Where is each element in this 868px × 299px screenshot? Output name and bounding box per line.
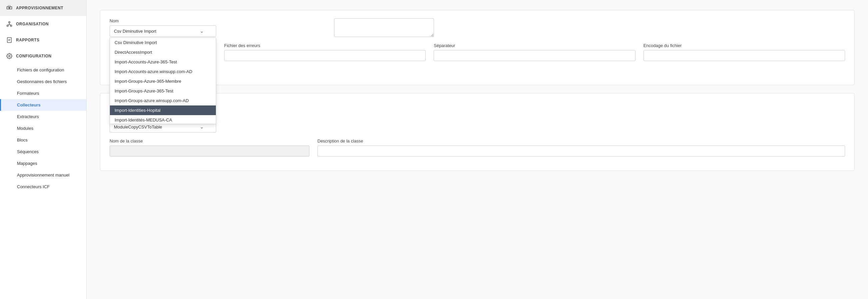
nom-label: Nom — [110, 18, 216, 23]
main-content: Nom Csv Diminutive Import ⌄ Csv Diminuti… — [87, 0, 868, 299]
sidebar-item-gestionnaires-fichiers[interactable]: Gestionnaires des fichiers — [0, 76, 86, 87]
nom-group: Nom Csv Diminutive Import ⌄ Csv Diminuti… — [110, 18, 216, 37]
nom-classe-group: Nom de la classe ModuleCopyCSVToTable — [110, 138, 309, 157]
svg-line-7 — [8, 25, 9, 25]
description-textarea[interactable] — [334, 18, 434, 37]
primitive-nom-selected: ModuleCopyCSVToTable — [114, 125, 162, 130]
dropdown-item-1[interactable]: DirectAccessImport — [110, 47, 216, 57]
dropdown-item-2[interactable]: Import-Accounts-Azure-365-Test — [110, 57, 216, 67]
svg-point-5 — [10, 25, 12, 27]
sidebar-item-connecteurs-icf[interactable]: Connecteurs ICF — [0, 181, 86, 193]
sidebar-section-organisation: ORGANISATION — [0, 16, 86, 32]
sidebar-item-sequences[interactable]: Séquences — [0, 146, 86, 158]
sidebar-item-collecteurs[interactable]: Collecteurs — [0, 99, 86, 111]
sidebar-group-rapports[interactable]: RAPPORTS — [0, 32, 86, 48]
sidebar-item-modules[interactable]: Modules — [0, 123, 86, 134]
chevron-down-icon: ⌄ — [200, 28, 204, 34]
svg-rect-9 — [7, 38, 11, 43]
dropdown-item-3[interactable]: Import-Accounts-azure.winsupp.com-AD — [110, 67, 216, 76]
gear-icon — [6, 53, 13, 59]
separateur-label: Séparateur — [434, 43, 635, 48]
nom-dropdown-list: Csv Diminutive ImportDirectAccessImportI… — [110, 37, 216, 124]
sidebar-group-organisation[interactable]: ORGANISATION — [0, 16, 86, 32]
sidebar-group-approvisionnement[interactable]: APPROVISIONNEMENT — [0, 0, 86, 16]
nom-classe-label: Nom de la classe — [110, 138, 309, 143]
classe-row: Nom de la classe ModuleCopyCSVToTable De… — [110, 138, 845, 157]
sidebar-item-extracteurs[interactable]: Extracteurs — [0, 111, 86, 123]
nom-selected-value: Csv Diminutive Import — [114, 29, 156, 34]
fichier-row: Fichier des erreurs logs/Diminutive-err.… — [110, 43, 845, 61]
textarea-group — [224, 18, 337, 37]
fichier-erreurs-label: Fichier des erreurs — [224, 43, 426, 48]
sidebar-section-approvisionnement: APPROVISIONNEMENT — [0, 0, 86, 16]
top-form-section: Nom Csv Diminutive Import ⌄ Csv Diminuti… — [100, 10, 855, 85]
dropdown-item-4[interactable]: Import-Groups-Azure-365-Membre — [110, 76, 216, 86]
fichier-erreurs-group: Fichier des erreurs logs/Diminutive-err.… — [224, 43, 426, 61]
dropdown-item-0[interactable]: Csv Diminutive Import — [110, 38, 216, 47]
boxes-icon — [6, 5, 13, 11]
sidebar-item-appro-manuel[interactable]: Approvisionnement manuel — [0, 169, 86, 181]
primitive-nom-row: Nom ModuleCopyCSVToTable ⌄ — [110, 114, 845, 133]
sidebar-group-label-rapports: RAPPORTS — [16, 38, 40, 43]
description-classe-label: Description de la classe — [317, 138, 845, 143]
nom-row: Nom Csv Diminutive Import ⌄ Csv Diminuti… — [110, 18, 845, 37]
encodage-label: Encodage du fichier — [644, 43, 845, 48]
svg-point-3 — [9, 22, 10, 23]
nom-select-box[interactable]: Csv Diminutive Import ⌄ — [110, 25, 216, 37]
dropdown-item-6[interactable]: Import-Groups-azure.winsupp.com-AD — [110, 96, 216, 105]
report-icon — [6, 37, 13, 44]
description-classe-group: Description de la classe — [317, 138, 845, 157]
encodage-group: Encodage du fichier ISO-8859-1 — [644, 43, 845, 61]
separateur-input[interactable]: ; — [434, 50, 635, 61]
separateur-group: Séparateur ; — [434, 43, 635, 61]
sidebar-item-mappages[interactable]: Mappages — [0, 158, 86, 169]
checkbox-row: oc et continuer la séquence avec le bloc… — [110, 67, 845, 72]
dropdown-item-8[interactable]: Import-Identités-MEDUSA-CA — [110, 115, 216, 124]
fichier-erreurs-input[interactable]: logs/Diminutive-err.log — [224, 50, 426, 61]
svg-point-4 — [7, 25, 9, 27]
org-icon — [6, 21, 13, 27]
encodage-input[interactable]: ISO-8859-1 — [644, 50, 845, 61]
sidebar-section-configuration: CONFIGURATION Fichiers de configuration … — [0, 48, 86, 193]
sidebar-item-fichiers-config[interactable]: Fichiers de configuration — [0, 64, 86, 76]
nom-select-wrapper: Csv Diminutive Import ⌄ Csv Diminutive I… — [110, 25, 216, 37]
primitive-title: Primitive — [110, 102, 845, 107]
sidebar-group-configuration[interactable]: CONFIGURATION — [0, 48, 86, 64]
dropdown-item-5[interactable]: Import-Groups-Azure-365-Test — [110, 86, 216, 96]
sidebar-group-label-approvisionnement: APPROVISIONNEMENT — [16, 6, 63, 10]
primitive-chevron-down-icon: ⌄ — [200, 124, 204, 130]
description-classe-input[interactable] — [317, 145, 845, 157]
sidebar-item-blocs[interactable]: Blocs — [0, 134, 86, 146]
sidebar-section-rapports: RAPPORTS — [0, 32, 86, 48]
sidebar-group-label-configuration: CONFIGURATION — [16, 54, 52, 58]
dropdown-item-7[interactable]: Import-Identities-Hopital — [110, 105, 216, 115]
nom-classe-input[interactable]: ModuleCopyCSVToTable — [110, 145, 309, 157]
sidebar: APPROVISIONNEMENT ORGANISATION RAPPORTS … — [0, 0, 87, 299]
sidebar-item-formateurs[interactable]: Formateurs — [0, 87, 86, 99]
sidebar-group-label-organisation: ORGANISATION — [16, 22, 49, 26]
svg-point-12 — [9, 55, 10, 57]
svg-line-8 — [9, 25, 11, 25]
